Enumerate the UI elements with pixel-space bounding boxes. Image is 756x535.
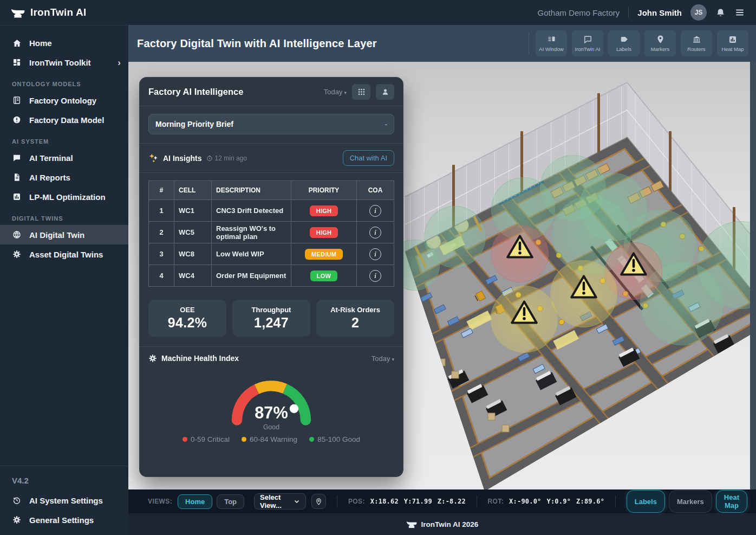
chat-icon: [12, 153, 22, 162]
warning-triangle-icon: [510, 300, 538, 325]
view-select[interactable]: Select View...: [254, 493, 306, 510]
sidebar-item-asset-digital-twins[interactable]: Asset Digital Twins: [0, 244, 128, 264]
coa-info-button[interactable]: i: [369, 205, 381, 217]
grid-icon: [357, 88, 366, 96]
view-button-home[interactable]: Home: [178, 494, 212, 509]
app-footer: IronTwin AI 2026: [128, 513, 756, 535]
table-cell: i: [357, 200, 394, 222]
window-icon: [547, 35, 556, 44]
svg-text:87%: 87%: [255, 403, 288, 422]
sidebar-item-ai-digital-twin[interactable]: AI Digital Twin: [0, 225, 128, 244]
coa-info-button[interactable]: i: [369, 270, 381, 282]
priority-badge: HIGH: [310, 227, 338, 238]
toolbar-heat-map-button[interactable]: Heat Map: [717, 30, 748, 56]
table-cell: 1: [149, 200, 174, 222]
table-cell: Low Weld WIP: [212, 243, 291, 265]
home-icon: [12, 38, 22, 48]
priority-badge: MEDIUM: [305, 249, 343, 260]
sparkles-icon: [148, 153, 159, 163]
sidebar-item-ai-system-settings[interactable]: AI System Settings: [0, 491, 128, 510]
warning-triangle-icon: [570, 274, 598, 299]
rot-label: ROT:: [488, 498, 504, 505]
rot-y: Y:0.9°: [547, 498, 571, 505]
table-header: #: [149, 181, 174, 200]
user-view-button[interactable]: [376, 84, 394, 100]
avatar[interactable]: JS: [690, 4, 707, 21]
grid-view-button[interactable]: [352, 84, 370, 100]
sidebar-item-factory-ontology[interactable]: Factory Ontology: [0, 91, 128, 110]
factory-ai-intelligence-panel: Factory AI Intelligence Today▾: [139, 77, 403, 477]
toolbar-labels-button[interactable]: Labels: [608, 30, 640, 56]
user-name[interactable]: John Smith: [637, 8, 682, 17]
table-cell: HIGH: [291, 200, 357, 222]
toggle-labels[interactable]: Labels: [627, 490, 665, 513]
toolbar-routers-button[interactable]: Routers: [681, 30, 712, 56]
gear-icon: [12, 250, 22, 259]
sidebar-item-home[interactable]: Home: [0, 33, 128, 53]
select-indicator: -: [385, 120, 387, 128]
chevron-right-icon: ›: [118, 58, 121, 67]
legend-label: 0-59 Critical: [191, 435, 230, 443]
insights-updated: 12 min ago: [206, 154, 247, 162]
sidebar-item-label: General Settings: [29, 515, 94, 525]
health-range-dropdown[interactable]: Today▾: [372, 354, 394, 363]
insights-table: #CELLDESCRIPTIONPRIORITYCOA 1WC1CNC3 Dri…: [148, 181, 394, 287]
caret-down-icon: ▾: [392, 357, 394, 362]
warning-marker-warning[interactable]: [491, 286, 558, 353]
sidebar-item-label: AI Reports: [29, 173, 70, 182]
toggle-heat-map[interactable]: Heat Map: [716, 490, 747, 513]
toolbar-markers-button[interactable]: Markers: [644, 30, 676, 56]
top-bar: IronTwin AI Gotham Demo Factory John Smi…: [0, 0, 756, 25]
tag-icon: [620, 35, 629, 44]
sidebar-item-label: Factory Data Model: [29, 115, 104, 125]
sidebar-item-lp-ml-optimization[interactable]: LP-ML Optimization: [0, 187, 128, 207]
gear-icon: [12, 515, 22, 524]
chatbubble-icon: [583, 35, 592, 44]
table-cell: WC1: [174, 200, 212, 222]
panel-title: Factory AI Intelligence: [148, 87, 318, 97]
sidebar-item-label: Home: [29, 38, 52, 48]
toolbar-ai-window-button[interactable]: AI Window: [536, 30, 567, 56]
toolbar-button-label: Heat Map: [721, 46, 744, 52]
sidebar-item-irontwin-toolkit[interactable]: IronTwin Toolkit›: [0, 53, 128, 72]
legend-item: 0-59 Critical: [183, 435, 230, 443]
focus-marker-button[interactable]: [311, 494, 326, 509]
toolbar-button-label: Markers: [651, 46, 669, 52]
globe-icon: [12, 230, 22, 239]
brief-select[interactable]: Morning Priority Brief -: [148, 114, 394, 134]
rot-z: Z:89.6°: [576, 498, 604, 505]
brand-logo: IronTwin AI: [11, 7, 87, 18]
warning-marker-critical[interactable]: [491, 225, 549, 282]
coa-info-button[interactable]: i: [369, 227, 381, 239]
file-icon: [12, 173, 22, 182]
gear-icon: [148, 354, 157, 363]
gauge-legend: 0-59 Critical60-84 Warning85-100 Good: [140, 435, 403, 443]
view-button-top[interactable]: Top: [217, 494, 244, 509]
book-icon: [12, 96, 22, 105]
bell-icon[interactable]: [715, 8, 726, 18]
toolbar-irontwin-ai-button[interactable]: IronTwin AI: [572, 30, 603, 56]
menu-icon[interactable]: [734, 7, 745, 18]
table-header: DESCRIPTION: [212, 181, 291, 200]
sidebar-footer: V4.2 AI System SettingsGeneral Settings: [0, 466, 128, 535]
kpi-value: 2: [351, 315, 359, 331]
sidebar-section-label: DIGITAL TWINS: [12, 215, 128, 222]
sidebar-item-label: IronTwin Toolkit: [29, 58, 91, 67]
sidebar-item-factory-data-model[interactable]: Factory Data Model: [0, 110, 128, 130]
sidebar-item-ai-terminal[interactable]: AI Terminal: [0, 148, 128, 167]
table-cell: 3: [149, 243, 174, 265]
toggle-markers[interactable]: Markers: [669, 490, 712, 513]
table-cell: HIGH: [291, 222, 357, 243]
panel-range-dropdown[interactable]: Today▾: [324, 88, 347, 96]
table-cell: i: [357, 265, 394, 287]
sidebar-item-ai-reports[interactable]: AI Reports: [0, 167, 128, 187]
warning-marker-warning[interactable]: [550, 260, 617, 327]
coa-info-button[interactable]: i: [369, 248, 381, 260]
kpi-card: Throughput1,247: [232, 300, 310, 337]
toolbar-button-label: Labels: [616, 46, 631, 52]
sidebar-item-general-settings[interactable]: General Settings: [0, 510, 128, 530]
table-cell: 4: [149, 265, 174, 287]
table-cell: Reassign WO's to optimal plan: [212, 222, 291, 243]
chat-with-ai-button[interactable]: Chat with AI: [343, 150, 394, 166]
alert-icon: [12, 115, 22, 124]
